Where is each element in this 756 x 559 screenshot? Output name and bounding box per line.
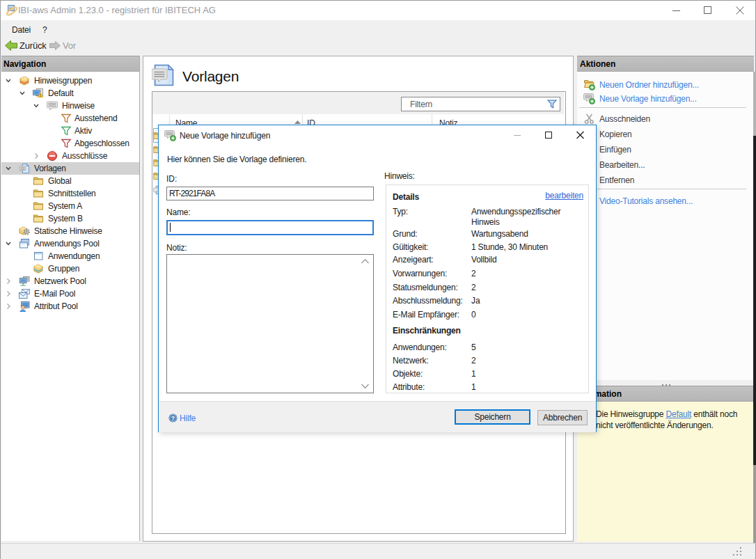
svg-text:?: ? [171, 415, 175, 422]
